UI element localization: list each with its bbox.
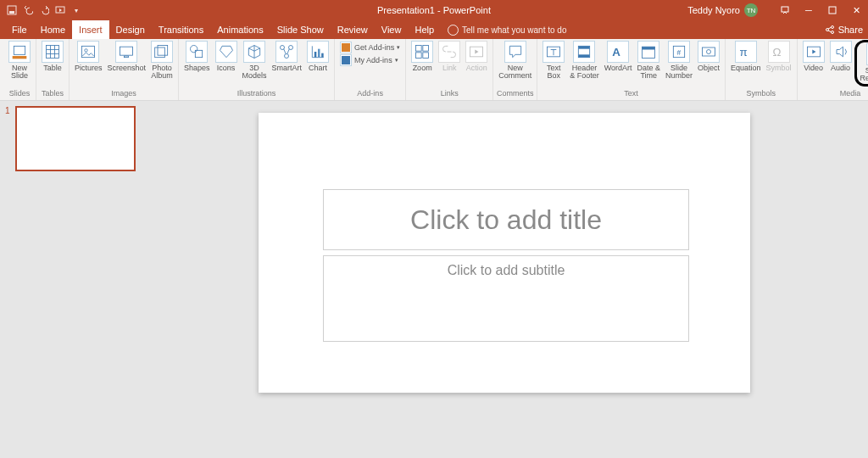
svg-rect-25 (342, 43, 350, 52)
highlighted-command: ScreenRecording (854, 40, 868, 87)
tab-view[interactable]: View (375, 20, 409, 39)
slide-canvas: Click to add title Click to add subtitle (141, 101, 868, 458)
screenrec-button[interactable]: ScreenRecording (858, 42, 868, 84)
action-button[interactable]: Action (463, 40, 490, 73)
ribbon-group-add-ins: Get Add-ins ▾My Add-ins ▾Add-ins (335, 39, 406, 100)
icons-button[interactable]: Icons (213, 40, 240, 73)
share-label: Share (838, 25, 863, 35)
zoom-button[interactable]: Zoom (409, 40, 436, 73)
share-button[interactable]: Share (825, 20, 863, 39)
ribbon-button-label: Action (466, 64, 487, 72)
headerfooter-button[interactable]: Header& Footer (567, 40, 602, 81)
new-slide-button[interactable]: NewSlide (6, 40, 33, 81)
screenshot-button[interactable]: Screenshot (105, 40, 149, 73)
tab-slide-show[interactable]: Slide Show (270, 20, 331, 39)
tab-insert[interactable]: Insert (72, 20, 109, 39)
shapes-icon (186, 41, 208, 63)
start-from-beginning-icon[interactable] (55, 5, 65, 15)
ribbon-group-label: Tables (39, 89, 66, 100)
avatar: TN (744, 3, 758, 17)
tab-design[interactable]: Design (109, 20, 152, 39)
svg-text:#: # (677, 48, 682, 57)
shapes-button[interactable]: Shapes (181, 40, 213, 73)
svg-point-42 (707, 50, 711, 54)
ribbon-button-label: Header& Footer (570, 64, 599, 81)
ribbon-button-label: Equation (731, 64, 761, 72)
tab-animations[interactable]: Animations (210, 20, 270, 39)
datetime-button[interactable]: Date &Time (635, 40, 664, 81)
ribbon-button-label: SlideNumber (665, 64, 693, 81)
maximize-icon[interactable] (821, 0, 844, 20)
svg-rect-41 (703, 47, 715, 56)
link-button[interactable]: Link (436, 40, 463, 73)
svg-rect-26 (342, 56, 350, 64)
svg-rect-34 (579, 46, 590, 48)
svg-rect-11 (82, 46, 95, 57)
3d-button[interactable]: 3DModels (240, 40, 270, 81)
svg-rect-27 (416, 46, 422, 52)
ribbon-group-label: Add-ins (337, 89, 403, 100)
slide-thumbnail[interactable]: 1 (5, 106, 136, 171)
ribbon-button-label: WordArt (604, 64, 632, 72)
qat-dropdown-icon[interactable]: ▾ (71, 5, 81, 15)
object-button[interactable]: Object (695, 40, 722, 73)
comment-button[interactable]: NewComment (496, 40, 534, 81)
tab-transitions[interactable]: Transitions (152, 20, 210, 39)
headerfooter-icon (573, 41, 595, 63)
svg-point-17 (191, 46, 198, 53)
svg-rect-10 (47, 46, 59, 59)
chart-button[interactable]: Chart (304, 40, 331, 73)
title-placeholder[interactable]: Click to add title (323, 189, 689, 250)
slide[interactable]: Click to add title Click to add subtitle (259, 113, 750, 393)
audio-button[interactable]: Audio (827, 40, 854, 73)
svg-rect-35 (579, 54, 590, 57)
ribbon-options-icon[interactable] (773, 0, 797, 20)
ribbon-button-label: Screenshot (108, 64, 147, 72)
svg-rect-9 (13, 56, 27, 59)
get-addins-button[interactable]: Get Add-ins ▾ (340, 42, 400, 53)
ribbon-group-illustrations: ShapesIcons3DModelsSmartArtChartIllustra… (179, 39, 335, 100)
tell-me-label: Tell me what you want to do (462, 25, 566, 35)
album-button[interactable]: PhotoAlbum (148, 40, 175, 81)
my-addins-button[interactable]: My Add-ins ▾ (340, 54, 400, 66)
ribbon-button-label: PhotoAlbum (151, 64, 173, 81)
svg-rect-15 (155, 47, 165, 58)
ribbon-group-label: Images (72, 89, 175, 100)
zoom-icon (411, 41, 433, 63)
table-button[interactable]: Table (39, 40, 66, 73)
title-bar: ▾ Presentation1 - PowerPoint Teddy Nyoro… (0, 0, 868, 20)
user-account[interactable]: Teddy Nyoro TN (687, 0, 758, 20)
subtitle-placeholder[interactable]: Click to add subtitle (323, 255, 689, 342)
ribbon-group-images: PicturesScreenshotPhotoAlbumImages (70, 39, 179, 100)
svg-rect-22 (314, 52, 317, 58)
tell-me-search[interactable]: Tell me what you want to do (441, 20, 573, 39)
ribbon-group-slides: NewSlideSlides (3, 39, 36, 100)
ribbon-button-label: Chart (309, 64, 327, 72)
pictures-button[interactable]: Pictures (72, 40, 105, 73)
video-button[interactable]: Video (800, 40, 827, 73)
tab-help[interactable]: Help (408, 20, 441, 39)
ribbon-button-label: Object (698, 64, 720, 72)
save-icon[interactable] (7, 5, 17, 15)
smartart-button[interactable]: SmartArt (270, 40, 305, 73)
close-icon[interactable]: ✕ (844, 0, 868, 20)
tab-file[interactable]: File (5, 20, 34, 39)
ribbon-button-label: Symbol (766, 64, 792, 72)
textbox-button[interactable]: TextBox (540, 40, 567, 81)
symbol-button[interactable]: ΩSymbol (764, 40, 794, 73)
comment-icon (504, 41, 526, 63)
svg-rect-23 (318, 49, 320, 58)
tab-home[interactable]: Home (34, 20, 72, 39)
svg-text:A: A (612, 46, 620, 59)
share-icon (825, 25, 835, 35)
quick-access-toolbar: ▾ (7, 5, 81, 15)
redo-icon[interactable] (39, 5, 49, 15)
undo-icon[interactable] (23, 5, 33, 15)
slidenum-button[interactable]: #SlideNumber (663, 40, 695, 81)
tab-review[interactable]: Review (331, 20, 375, 39)
user-name: Teddy Nyoro (687, 5, 740, 15)
textbox-icon (542, 41, 565, 63)
equation-button[interactable]: πEquation (728, 40, 764, 73)
wordart-button[interactable]: AWordArt (602, 40, 635, 73)
minimize-icon[interactable]: ─ (797, 0, 821, 20)
